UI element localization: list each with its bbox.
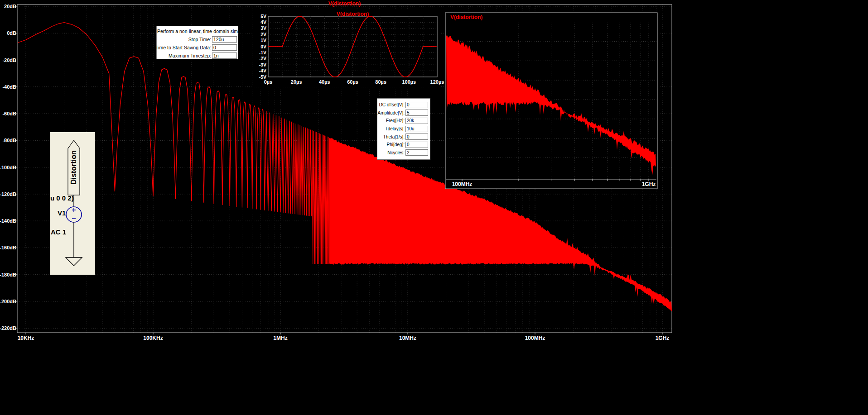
phi-row: Phi[deg]:	[377, 141, 430, 149]
main-y-tick-label: 0dB	[7, 30, 16, 36]
time-x-tick-label: 80µs	[375, 79, 386, 85]
start-saving-label: Time to Start Saving Data:	[155, 45, 211, 50]
stop-time-label: Stop Time:	[188, 37, 211, 42]
main-x-tick-label: 1GHz	[656, 335, 670, 341]
amplitude-row: Amplitude[V]:	[377, 109, 430, 117]
time-inset: 5V4V3V2V1V0V-1V-2V-3V-4V-5V0µs20µs40µs60…	[255, 9, 444, 87]
main-y-tick-label: -60dB	[2, 111, 16, 116]
dc-offset-row: DC offset[V]:	[377, 101, 430, 109]
sine-params-dialog: DC offset[V]: Amplitude[V]: Freq[Hz]: Td…	[377, 98, 430, 160]
ltspice-window: 20dB0dB-20dB-40dB-60dB-80dB-100dB-120dB-…	[0, 0, 868, 415]
main-x-tick-label: 100MHz	[525, 335, 545, 341]
schematic-canvas[interactable]: Distortion u 0 0 2) V1 AC 1	[50, 132, 95, 275]
max-timestep-row: Maximum Timestep:	[157, 52, 238, 60]
phi-label: Phi[deg]:	[387, 142, 405, 147]
main-x-tick-label: 1MHz	[273, 335, 287, 341]
stop-time-row: Stop Time:	[157, 35, 238, 43]
main-x-tick-label: 10KHz	[18, 335, 34, 341]
main-y-tick-label: -100dB	[0, 165, 16, 170]
zoom-inset-title: V(distortion)	[450, 14, 482, 20]
main-x-tick-label: 10MHz	[399, 335, 416, 341]
main-y-tick-label: -180dB	[0, 272, 16, 277]
main-y-tick-label: -140dB	[0, 218, 16, 224]
main-y-tick-label: -120dB	[0, 191, 16, 197]
tdelay-row: Tdelay[s]:	[377, 125, 430, 133]
time-y-tick-label: 0V	[260, 44, 266, 49]
sim-dialog-heading: Perform a non-linear, time-domain simula…	[157, 26, 238, 35]
ground-symbol[interactable]	[66, 258, 82, 266]
time-inset-title: V(distortion)	[268, 11, 437, 17]
time-y-tick-label: -5V	[259, 74, 266, 80]
time-x-tick-label: 100µs	[402, 79, 416, 85]
time-y-tick-label: -3V	[259, 62, 266, 67]
zoom-x-tick-label: 100MHz	[452, 181, 473, 187]
time-y-tick-label: 2V	[260, 32, 266, 37]
ncycles-label: Ncycles:	[387, 150, 405, 155]
freq-row: Freq[Hz]:	[377, 117, 430, 125]
freq-label: Freq[Hz]:	[386, 118, 405, 123]
theta-input[interactable]	[405, 134, 428, 140]
stop-time-input[interactable]	[212, 36, 237, 43]
time-x-tick-label: 20µs	[291, 79, 302, 85]
tdelay-label: Tdelay[s]:	[385, 126, 405, 131]
main-y-tick-label: -220dB	[0, 325, 16, 331]
main-x-tick-label: 100KHz	[143, 335, 163, 341]
dc-offset-label: DC offset[V]:	[379, 102, 405, 107]
ncycles-row: Ncycles:	[377, 149, 430, 157]
time-y-tick-label: -4V	[259, 68, 266, 73]
component-reference[interactable]: V1	[58, 209, 66, 217]
main-y-tick-label: -20dB	[2, 57, 16, 63]
start-saving-row: Time to Start Saving Data:	[157, 43, 238, 52]
theta-label: Theta[1/s]:	[383, 134, 405, 139]
main-y-tick-label: -40dB	[2, 84, 16, 90]
zoom-inset: 100MHz1GHz	[445, 13, 657, 189]
net-label-text[interactable]: Distortion	[70, 150, 77, 185]
main-y-tick-label: -200dB	[0, 299, 16, 304]
freq-input[interactable]	[405, 118, 428, 124]
time-y-tick-label: 4V	[260, 19, 266, 25]
max-timestep-input[interactable]	[212, 52, 237, 59]
main-plot-title: V(distortion)	[17, 0, 672, 7]
tdelay-input[interactable]	[405, 126, 428, 132]
amplitude-label: Amplitude[V]:	[378, 110, 405, 115]
schematic-panel: Distortion u 0 0 2) V1 AC 1	[50, 132, 95, 275]
ncycles-input[interactable]	[405, 149, 428, 156]
main-y-tick-label: 20dB	[4, 4, 16, 9]
main-y-tick-label: -160dB	[0, 245, 16, 250]
time-x-tick-label: 40µs	[319, 79, 330, 85]
time-y-tick-label: 5V	[260, 14, 266, 19]
start-saving-input[interactable]	[212, 44, 237, 51]
waveform-viewer-canvas[interactable]: 20dB0dB-20dB-40dB-60dB-80dB-100dB-120dB-…	[0, 0, 868, 415]
main-y-tick-label: -80dB	[2, 138, 16, 143]
time-y-tick-label: 1V	[260, 38, 266, 43]
time-y-tick-label: 3V	[260, 25, 266, 31]
time-y-tick-label: -2V	[259, 56, 266, 61]
dc-offset-input[interactable]	[405, 102, 428, 108]
time-y-tick-label: -1V	[259, 50, 266, 55]
time-x-tick-label: 120µs	[430, 79, 444, 85]
amplitude-input[interactable]	[405, 110, 428, 116]
max-timestep-label: Maximum Timestep:	[169, 53, 211, 58]
time-x-tick-label: 60µs	[347, 79, 358, 85]
theta-row: Theta[1/s]:	[377, 133, 430, 141]
time-x-tick-label: 0µs	[264, 79, 273, 85]
component-value[interactable]: AC 1	[51, 228, 66, 236]
phi-input[interactable]	[405, 142, 428, 148]
spice-directive-fragment: u 0 0 2)	[50, 194, 74, 202]
zoom-x-tick-label: 1GHz	[642, 181, 656, 187]
sim-command-dialog: Perform a non-linear, time-domain simula…	[156, 26, 238, 59]
